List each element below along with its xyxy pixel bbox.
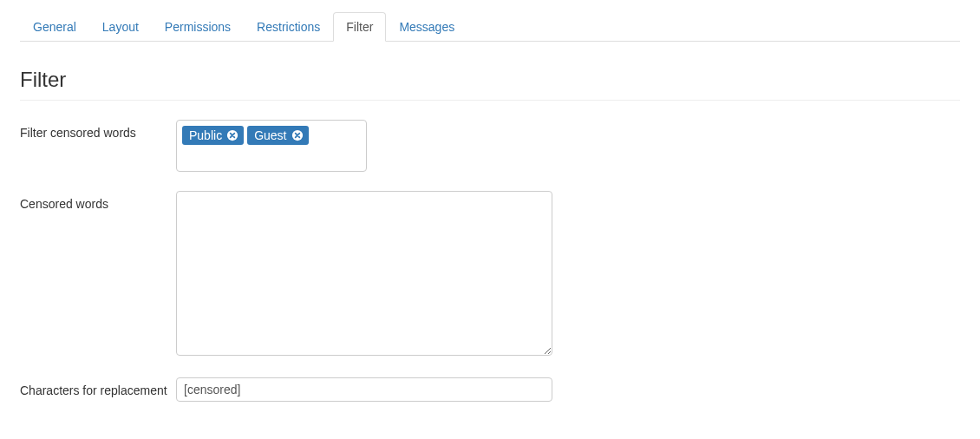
tab-general-link[interactable]: General	[20, 12, 89, 42]
label-replacement: Characters for replacement	[20, 377, 176, 398]
tab-filter-link[interactable]: Filter	[333, 12, 386, 42]
tag-guest-label: Guest	[254, 128, 286, 142]
tab-filter[interactable]: Filter	[333, 12, 386, 42]
remove-tag-public-icon[interactable]	[226, 129, 238, 141]
label-filter-censored-words: Filter censored words	[20, 120, 176, 141]
tab-restrictions-link[interactable]: Restrictions	[244, 12, 333, 42]
input-replacement[interactable]	[176, 377, 552, 402]
label-censored-words: Censored words	[20, 191, 176, 212]
tab-restrictions[interactable]: Restrictions	[244, 12, 333, 42]
field-censored-words: Censored words	[20, 191, 960, 358]
settings-tabs: General Layout Permissions Restrictions …	[20, 12, 960, 42]
remove-tag-guest-icon[interactable]	[291, 129, 304, 141]
tab-permissions-link[interactable]: Permissions	[152, 12, 244, 42]
field-filter-censored-words: Filter censored words Public Guest	[20, 120, 960, 172]
tab-general[interactable]: General	[20, 12, 89, 42]
tag-input-filter-censored-words[interactable]: Public Guest	[176, 120, 367, 172]
textarea-censored-words[interactable]	[176, 191, 552, 356]
field-replacement: Characters for replacement	[20, 377, 960, 402]
tag-public: Public	[182, 126, 244, 145]
tab-layout[interactable]: Layout	[89, 12, 152, 42]
tab-messages-link[interactable]: Messages	[386, 12, 467, 42]
page-header: Filter	[20, 68, 960, 101]
tag-guest: Guest	[247, 126, 308, 145]
tab-permissions[interactable]: Permissions	[152, 12, 244, 42]
tab-messages[interactable]: Messages	[386, 12, 467, 42]
tab-layout-link[interactable]: Layout	[89, 12, 152, 42]
tag-public-label: Public	[189, 128, 222, 142]
page-title: Filter	[20, 68, 960, 92]
